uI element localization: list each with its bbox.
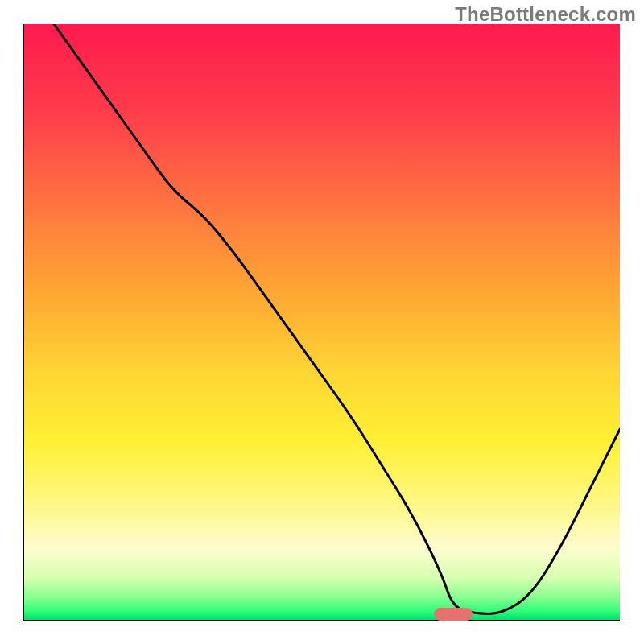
optimal-point-marker	[434, 608, 473, 621]
plot-gradient-background	[24, 24, 620, 620]
chart-canvas: TheBottleneck.com	[0, 0, 644, 644]
y-axis-line	[23, 24, 24, 621]
x-axis-line	[24, 620, 620, 621]
watermark-text: TheBottleneck.com	[455, 3, 636, 26]
